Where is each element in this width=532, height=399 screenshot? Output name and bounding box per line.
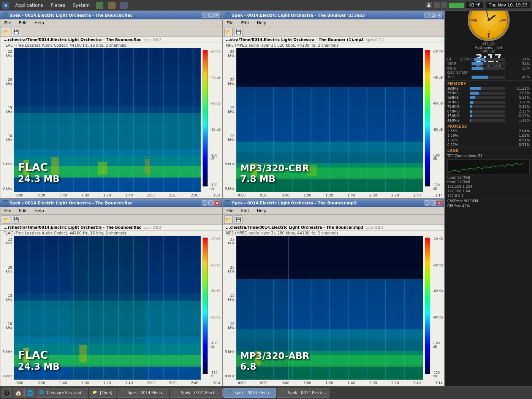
memory-section: 360MiB 11.31% 251MiB 7.87% 164MiB 5.14% bbox=[445, 86, 532, 123]
version-3: spek 0.8.2 bbox=[144, 226, 162, 230]
edit-menu-1[interactable]: Edit bbox=[16, 20, 29, 26]
save-btn-4[interactable]: 💾 bbox=[234, 215, 242, 224]
taskbar-btn-3[interactable]: 🎵 Spek - 0014.Electr... bbox=[170, 388, 223, 398]
taskbar-btn-2[interactable]: 🎵 Spek - 0014.Electr... bbox=[117, 388, 169, 398]
help-menu-1[interactable]: Help bbox=[32, 20, 46, 26]
titlebar-2[interactable]: 🎵 Spek - 0014.Electric Light Orchestra -… bbox=[223, 11, 444, 19]
spek-window-4: 🎵 Spek - 0014.Electric Light Orchestra -… bbox=[222, 198, 445, 386]
spek-window-2: 🎵 Spek - 0014.Electric Light Orchestra -… bbox=[222, 11, 445, 198]
minimize-btn-4[interactable]: _ bbox=[424, 200, 430, 206]
minimize-btn-2[interactable]: _ bbox=[424, 13, 430, 18]
close-btn-2[interactable]: × bbox=[437, 13, 442, 18]
filename-3: ...rchestra/Time/0014.Electric Light Orc… bbox=[3, 225, 141, 230]
process-section: 2.55% 2.04% 1.53% 1.02% 1.02% 0.51% 0.51… bbox=[445, 129, 532, 147]
disk-label-5: 7GiB bbox=[447, 76, 470, 79]
memory-title: MEMORY bbox=[445, 80, 532, 86]
save-btn-2[interactable]: 💾 bbox=[234, 28, 242, 36]
file-menu-4[interactable]: File bbox=[224, 208, 236, 214]
title-text-2: Spek - 0014.Electric Light Orchestra - T… bbox=[232, 13, 424, 17]
taskbar-btn-0[interactable]: 🌐 Compare Flac and... bbox=[36, 388, 88, 398]
mem-label-1: 251MiB bbox=[447, 92, 468, 95]
file-menu-3[interactable]: File bbox=[2, 208, 13, 214]
spek-window-1: 🎵 Spek - 0014.Electric Light Orchestra -… bbox=[0, 11, 222, 198]
disk-fill-2 bbox=[472, 62, 483, 65]
file-menu-2[interactable]: File bbox=[224, 20, 236, 26]
disk-fill-gt bbox=[474, 58, 484, 61]
taskbar-btn-icon-4: 🎵 bbox=[227, 390, 233, 396]
maximize-btn-3[interactable]: □ bbox=[208, 200, 214, 206]
taskbar-right: 💾 63 °F Thu Nov 10, 19:33 bbox=[426, 2, 530, 8]
mem-label-6: 57.0MiB bbox=[447, 114, 468, 118]
header-bar-4: ...chestra/Time/0014.Electric Light Orch… bbox=[223, 225, 444, 231]
net-ip-3: 127.0.0.1 bbox=[445, 193, 532, 198]
win-btns-3: _ □ × bbox=[202, 200, 220, 206]
minimize-btn-1[interactable]: _ bbox=[202, 13, 207, 18]
clock-display: Thu Nov 10, 19:33 bbox=[486, 2, 530, 8]
open-btn-3[interactable]: 📂 bbox=[2, 215, 10, 224]
help-menu-3[interactable]: Help bbox=[32, 208, 46, 214]
taskbar-btn-icon-0: 🌐 bbox=[39, 390, 45, 396]
help-menu-2[interactable]: Help bbox=[255, 20, 269, 26]
close-btn-4[interactable]: × bbox=[437, 200, 442, 206]
places-menu[interactable]: Places bbox=[48, 2, 67, 9]
save-btn-1[interactable]: 💾 bbox=[12, 28, 20, 36]
svg-rect-18 bbox=[24, 160, 29, 175]
freq-axis-2: 22 kHz 20 kHz 15 kHz 10 kHz 5 kHz 0 kHz bbox=[223, 48, 236, 192]
system-menu[interactable]: System bbox=[70, 2, 92, 9]
disk-bar-gt bbox=[474, 58, 505, 61]
taskbar-btn-4[interactable]: 🎵 Spek - 0014.Electr... bbox=[223, 388, 276, 398]
disk-bar-2 bbox=[472, 62, 505, 65]
clock-face: 12 3 6 9 bbox=[468, 11, 510, 41]
taskbar-btn-5[interactable]: 🎵 Spek - 0014.Electr... bbox=[277, 388, 329, 398]
db-labels-3: -20 dB -40 dB -60 dB -80 dB -100 dB -120… bbox=[211, 238, 221, 378]
mem-label-0: 360MiB bbox=[447, 87, 468, 90]
mem-pct-1: 7.87% bbox=[507, 91, 530, 95]
taskbar-btn-1[interactable]: 📁 [Time] bbox=[89, 388, 116, 398]
net-ip-2: 192.168.1.64 bbox=[445, 189, 532, 193]
disk-pct-5: 48% bbox=[507, 75, 530, 79]
sound-icon bbox=[108, 2, 116, 9]
svg-rect-37 bbox=[236, 168, 423, 179]
freq-axis-1: 22 kHz 20 kHz 15 kHz 10 kHz 5 kHz 0 kHz bbox=[0, 48, 14, 192]
edit-menu-2[interactable]: Edit bbox=[239, 20, 251, 26]
power-btn[interactable]: ⏻ bbox=[2, 388, 12, 398]
app-icon: 🖥 bbox=[2, 2, 9, 9]
spek-window-3: 🎵 Spek - 0014.Electric Light Orchestra -… bbox=[0, 198, 222, 386]
spectrogram-canvas-3: FLAC 24.3 MB bbox=[14, 236, 201, 380]
filename-2: ...stra/Time/0014.Electric Light Orchest… bbox=[226, 38, 364, 42]
edit-menu-4[interactable]: Edit bbox=[239, 208, 251, 214]
mem-label-7: 44.9MiB bbox=[447, 119, 468, 122]
minimize-btn-3[interactable]: _ bbox=[202, 200, 207, 206]
window-icon-1: 🎵 bbox=[3, 13, 8, 18]
version-2: spek 0.8.2 bbox=[366, 38, 384, 42]
time-labels-4: 0:00 0:20 0:40 1:00 1:20 1:40 2:00 2:20 … bbox=[236, 381, 444, 385]
edit-menu-3[interactable]: Edit bbox=[16, 208, 29, 214]
open-btn-4[interactable]: 📂 bbox=[224, 215, 233, 224]
close-btn-1[interactable]: × bbox=[214, 13, 220, 18]
titlebar-1[interactable]: 🎵 Spek - 0014.Electric Light Orchestra -… bbox=[0, 11, 222, 19]
applications-menu[interactable]: Applications bbox=[13, 2, 45, 9]
open-btn-2[interactable]: 📂 bbox=[224, 28, 233, 36]
filename-1: ...rchestra/Time/0014.Electric Light Orc… bbox=[3, 38, 141, 42]
close-btn-3[interactable]: × bbox=[214, 200, 220, 206]
help-menu-4[interactable]: Help bbox=[255, 208, 269, 214]
maximize-btn-4[interactable]: □ bbox=[431, 200, 436, 206]
browser-btn[interactable]: 🌐 bbox=[24, 388, 35, 398]
home-btn[interactable]: 🏠 bbox=[13, 388, 24, 398]
maximize-btn-2[interactable]: □ bbox=[431, 13, 436, 18]
titlebar-4[interactable]: 🎵 Spek - 0014.Electric Light Orchestra -… bbox=[223, 199, 444, 207]
titlebar-3[interactable]: 🎵 Spek - 0014.Electric Light Orchestra -… bbox=[0, 199, 222, 207]
maximize-btn-1[interactable]: □ bbox=[208, 13, 214, 18]
mem-row-1: 251MiB 7.87% bbox=[445, 91, 532, 95]
open-btn-1[interactable]: 📂 bbox=[2, 28, 10, 36]
spectrogram-area-3: 22 kHz 20 kHz 15 kHz 10 kHz 5 kHz 0 kHz bbox=[0, 236, 222, 380]
mem-fill-1 bbox=[470, 92, 479, 95]
disk-fill-5 bbox=[472, 76, 488, 79]
save-btn-3[interactable]: 💾 bbox=[12, 215, 20, 224]
file-menu-1[interactable]: File bbox=[2, 20, 13, 26]
proc-row-2: 1.02% 0.51% bbox=[445, 138, 532, 142]
svg-rect-77 bbox=[236, 355, 423, 367]
time-axis-4: 0:00 0:20 0:40 1:00 1:20 1:40 2:00 2:20 … bbox=[223, 380, 444, 386]
taskbar-bottom: ⏻ 🏠 🌐 🌐 Compare Flac and... 📁 [Time] 🎵 S… bbox=[0, 386, 532, 399]
taskbar-btn-icon-2: 🎵 bbox=[120, 390, 126, 396]
